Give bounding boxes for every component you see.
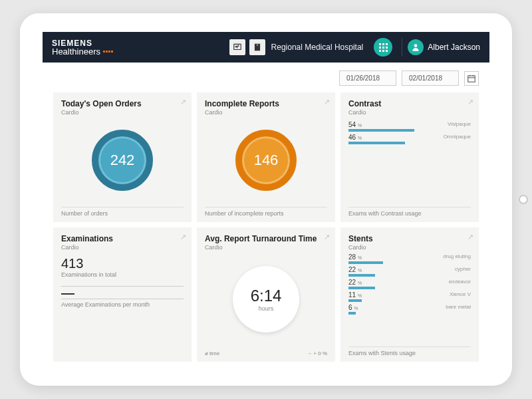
expand-icon[interactable]: ↗ [467,233,473,241]
bar-fill [348,287,375,289]
bar-label: Visipaque [448,121,471,128]
card-footer: Exams with Stents usage [348,346,471,356]
user-name[interactable]: Albert Jackson [428,43,480,52]
brand-bottom: Healthineers [52,47,100,56]
topbar-divider [402,38,402,57]
donut-chart-orange: 146 [235,130,297,191]
card-footer: Exams with Contrast usage [348,207,471,217]
turnaround-right: → + 0 % [307,350,327,356]
card-subtitle: Cardio [205,244,327,251]
svg-rect-3 [257,45,257,46]
turnaround-left: ø time [205,350,219,356]
donut-chart-blue: 242 [92,130,153,191]
bar-fill [348,261,383,264]
bar-label: Xience V [450,291,471,299]
card-incomplete-reports[interactable]: ↗ Incomplete Reports Cardio 146 Number o… [197,92,335,222]
examinations-label-1: Examinations in total [61,271,184,278]
card-title: Today's Open Orders [61,99,184,108]
app-screen: SIEMENS Healthineers Regional Medical Ho… [43,32,489,367]
date-to-input[interactable]: 02/01/2018 [402,70,459,86]
card-grid: ↗ Today's Open Orders Cardio 242 Number … [53,92,479,362]
bar-label: drug eluting [443,253,471,261]
user-avatar-icon[interactable] [408,39,424,55]
hospital-icon[interactable] [249,39,265,55]
examinations-value: 413 [61,256,184,271]
bar-label: bare metal [446,304,471,311]
bar-fill [348,312,356,315]
expand-icon[interactable]: ↗ [180,233,186,241]
hospital-name: Regional Medical Hospital [271,43,364,52]
contrast-bar-1: 46 %Omnipaque [348,134,471,146]
svg-rect-5 [468,75,475,81]
stents-bar: 11 %Xience V [348,291,471,304]
card-footer: Number of incomplete reports [205,207,327,217]
stents-bar: 28 %drug eluting [348,253,471,266]
expand-icon[interactable]: ↗ [324,233,330,241]
brand-top: SIEMENS [52,39,113,47]
examinations-label-2: Average Examinations per month [61,299,184,308]
card-contrast[interactable]: ↗ Contrast Cardio 54 %Visipaque 46 %Omni… [340,92,479,222]
tablet-home-button[interactable] [519,195,528,204]
card-title: Avg. Report Turnaround Time [205,234,327,243]
turnaround-value: 6:14 [251,287,282,305]
card-title: Incomplete Reports [205,99,327,108]
bar-label: Omnipaque [444,134,471,141]
card-subtitle: Cardio [205,109,327,116]
stents-bar: 6 %bare metal [348,304,471,317]
brand-logo: SIEMENS Healthineers [52,39,113,56]
card-title: Stents [348,234,471,243]
card-subtitle: Cardio [348,109,471,116]
expand-icon[interactable]: ↗ [467,98,473,106]
date-range-row: 01/26/2018 02/01/2018 [53,70,479,86]
card-title: Examinations [61,234,184,243]
bar-fill [348,129,414,132]
expand-icon[interactable]: ↗ [324,98,330,106]
dash-indicator [61,293,74,295]
tablet-frame: SIEMENS Healthineers Regional Medical Ho… [20,13,512,386]
card-subtitle: Cardio [348,244,471,251]
bar-label: cypher [455,266,471,273]
dashboard-content: 01/26/2018 02/01/2018 ↗ Today's Open Ord… [43,63,489,367]
apps-grid-icon [379,43,388,52]
card-stents[interactable]: ↗ Stents Cardio 28 %drug eluting22 %cyph… [340,227,479,362]
stents-bar: 22 %endeavor [348,279,471,291]
calendar-icon[interactable] [464,71,479,86]
svg-point-4 [414,44,418,47]
card-footer: Number of orders [61,207,184,217]
turnaround-circle: 6:14 hours [233,266,299,332]
monitor-icon[interactable] [229,39,245,55]
brand-dots-icon [103,51,113,53]
card-examinations[interactable]: ↗ Examinations Cardio 413 Examinations i… [53,227,192,362]
card-subtitle: Cardio [61,244,184,251]
turnaround-unit: hours [259,305,274,312]
bar-fill [348,274,375,277]
date-from-input[interactable]: 01/26/2018 [339,70,396,86]
card-open-orders[interactable]: ↗ Today's Open Orders Cardio 242 Number … [53,92,192,222]
card-title: Contrast [348,99,471,108]
card-subtitle: Cardio [61,109,184,116]
contrast-bar-0: 54 %Visipaque [348,121,471,134]
bar-fill [348,299,362,302]
card-turnaround[interactable]: ↗ Avg. Report Turnaround Time Cardio 6:1… [197,227,335,362]
bar-label: endeavor [449,279,471,286]
stents-bar: 22 %cypher [348,266,471,279]
apps-menu-button[interactable] [374,38,392,57]
expand-icon[interactable]: ↗ [180,98,186,106]
topbar: SIEMENS Healthineers Regional Medical Ho… [43,32,489,63]
bar-fill [348,142,405,144]
